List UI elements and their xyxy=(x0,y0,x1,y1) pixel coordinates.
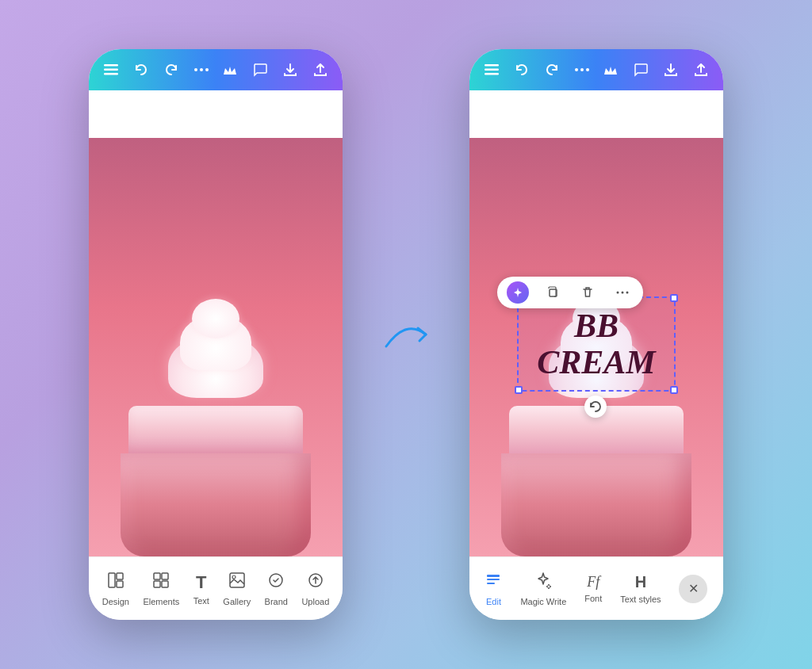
download-icon[interactable] xyxy=(281,60,300,79)
right-download-icon[interactable] xyxy=(661,60,680,79)
svg-rect-29 xyxy=(487,583,495,584)
menu-icon[interactable] xyxy=(102,60,121,79)
svg-point-4 xyxy=(200,68,203,71)
svg-rect-12 xyxy=(162,581,168,587)
text-styles-label: Text styles xyxy=(620,594,661,604)
svg-rect-27 xyxy=(487,575,500,577)
left-top-bar-right xyxy=(220,60,330,79)
toolbar-elements[interactable]: Elements xyxy=(143,572,179,606)
right-comment-icon[interactable] xyxy=(631,60,650,79)
upload-icon[interactable] xyxy=(311,60,330,79)
more-options-icon[interactable] xyxy=(192,60,211,79)
svg-rect-9 xyxy=(154,573,160,579)
svg-rect-28 xyxy=(487,579,500,580)
left-top-bar-left xyxy=(102,60,211,79)
cream-jar xyxy=(113,334,319,556)
magic-write-label: Magic Write xyxy=(520,597,566,606)
gallery-label: Gallery xyxy=(223,597,251,606)
transition-arrow xyxy=(374,303,438,366)
svg-rect-8 xyxy=(117,581,123,587)
cream-top xyxy=(168,334,263,398)
right-upload-icon[interactable] xyxy=(691,60,710,79)
toolbar-gallery[interactable]: Gallery xyxy=(223,572,251,606)
context-more-button[interactable] xyxy=(611,281,634,304)
svg-point-22 xyxy=(586,68,589,71)
left-top-bar xyxy=(89,49,343,90)
right-canvas[interactable]: BB CREAM xyxy=(469,138,723,556)
toolbar-magic-write[interactable]: Magic Write xyxy=(520,572,566,606)
right-crown-icon[interactable] xyxy=(601,60,620,79)
left-bottom-toolbar: Design Elements T Text xyxy=(89,556,343,620)
toolbar-design[interactable]: Design xyxy=(102,572,129,606)
svg-rect-13 xyxy=(230,573,244,587)
jar-body xyxy=(121,453,311,556)
left-header-strip xyxy=(89,90,343,138)
left-phone: Design Elements T Text xyxy=(89,49,343,620)
ai-magic-button[interactable] xyxy=(507,281,529,304)
svg-point-5 xyxy=(205,68,209,71)
delete-button[interactable] xyxy=(576,281,599,304)
cream-swirl-container xyxy=(113,334,319,556)
toolbar-text[interactable]: T Text xyxy=(193,572,209,606)
font-label: Font xyxy=(584,594,602,603)
edit-icon xyxy=(485,572,502,594)
toolbar-edit[interactable]: Edit xyxy=(485,572,502,606)
right-jar-body xyxy=(501,453,691,556)
comment-icon[interactable] xyxy=(251,60,270,79)
magic-write-icon xyxy=(534,572,552,594)
crown-icon[interactable] xyxy=(220,60,239,79)
design-icon xyxy=(107,572,124,594)
svg-point-20 xyxy=(575,68,578,71)
elements-label: Elements xyxy=(143,597,179,606)
brand-icon xyxy=(267,572,285,594)
upload-toolbar-icon xyxy=(307,572,324,594)
svg-rect-1 xyxy=(104,69,118,71)
right-top-bar-left xyxy=(482,60,592,79)
arrow-container xyxy=(374,303,438,366)
svg-rect-11 xyxy=(154,581,160,587)
jar-lid xyxy=(128,406,303,453)
right-more-options-icon[interactable] xyxy=(573,60,592,79)
right-bottom-toolbar: Edit Magic Write Ff Font H Text styles xyxy=(469,556,723,620)
close-button[interactable]: ✕ xyxy=(679,575,707,603)
svg-point-3 xyxy=(194,68,197,71)
text-icon: T xyxy=(196,572,206,593)
right-header-strip xyxy=(469,90,723,138)
svg-rect-17 xyxy=(485,64,499,67)
svg-rect-19 xyxy=(485,73,499,75)
svg-rect-7 xyxy=(117,573,123,579)
duplicate-button[interactable] xyxy=(542,281,564,304)
svg-point-24 xyxy=(617,292,619,294)
cream-middle xyxy=(180,315,251,370)
right-menu-icon[interactable] xyxy=(482,60,501,79)
gallery-icon xyxy=(228,572,246,594)
elements-icon xyxy=(152,572,170,594)
svg-point-26 xyxy=(626,292,629,294)
text-label: Text xyxy=(193,596,209,606)
svg-point-25 xyxy=(622,292,624,294)
redo-icon[interactable] xyxy=(162,60,181,79)
edit-label: Edit xyxy=(486,597,501,606)
right-top-bar-right xyxy=(601,60,710,79)
toolbar-brand[interactable]: Brand xyxy=(265,572,288,606)
svg-rect-10 xyxy=(162,573,168,579)
brand-label: Brand xyxy=(265,597,288,606)
right-redo-icon[interactable] xyxy=(542,60,561,79)
font-icon: Ff xyxy=(587,574,599,591)
right-top-bar xyxy=(469,49,723,90)
cream-peak xyxy=(192,299,239,338)
right-undo-icon[interactable] xyxy=(512,60,531,79)
text-styles-icon: H xyxy=(635,573,646,591)
design-label: Design xyxy=(102,597,129,606)
svg-rect-6 xyxy=(109,573,115,587)
main-scene: Design Elements T Text xyxy=(89,49,723,620)
toolbar-text-styles[interactable]: H Text styles xyxy=(620,573,661,604)
bb-cream-text[interactable]: BB CREAM xyxy=(517,296,676,392)
rotate-handle[interactable] xyxy=(584,396,607,418)
toolbar-font[interactable]: Ff Font xyxy=(584,574,602,603)
upload-label: Upload xyxy=(301,597,329,606)
toolbar-upload[interactable]: Upload xyxy=(301,572,329,606)
svg-rect-18 xyxy=(485,69,499,71)
left-canvas xyxy=(89,138,343,556)
undo-icon[interactable] xyxy=(132,60,151,79)
